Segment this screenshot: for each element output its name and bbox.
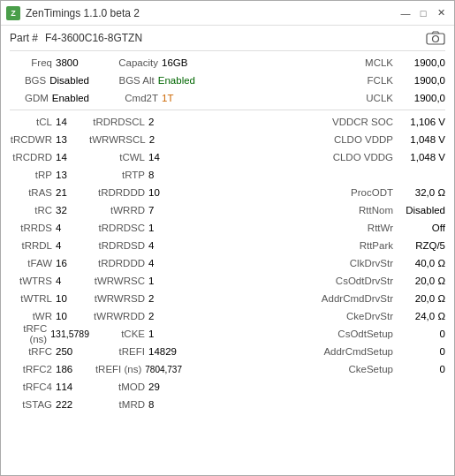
csodtsetup-row: CsOdtSetup0 bbox=[337, 326, 445, 342]
cmd2t-row: Cmd2T 1T bbox=[89, 90, 195, 106]
tmrd-row: tMRD8 bbox=[89, 397, 182, 412]
twrwrscl-row: tWRWRSCL2 bbox=[89, 132, 182, 147]
trdrdsc-row: tRDRDSC1 bbox=[89, 220, 182, 236]
trcdrd-row: tRCDRD14 bbox=[10, 149, 89, 165]
vddcrsoc-row: VDDCR SOC1,106 V bbox=[332, 114, 445, 130]
mclk-row: MCLK 1900,0 bbox=[365, 55, 445, 71]
tcke-row: tCKE1 bbox=[89, 326, 182, 342]
mclk-label: MCLK bbox=[365, 57, 397, 68]
tcwl-row: tCWL14 bbox=[89, 149, 182, 165]
app-icon: Z bbox=[6, 6, 20, 20]
bgs-label: BGS bbox=[10, 75, 49, 86]
main-window: Z ZenTimings 1.1.0 beta 2 — □ ✕ Part # F… bbox=[0, 0, 455, 476]
cldovddg-row: CLDO VDDG1,048 V bbox=[333, 149, 445, 165]
minimize-button[interactable]: — bbox=[398, 5, 413, 21]
twrwrdd-row: tWRWRDD2 bbox=[89, 308, 182, 324]
bgs-row: BGS Disabled bbox=[10, 72, 89, 88]
part-value: F4-3600C16-8GTZN bbox=[45, 32, 142, 44]
info-mid: Capacity 16GB BGS Alt Enabled Cmd2T 1T bbox=[89, 55, 195, 106]
gdm-row: GDM Enabled bbox=[10, 90, 89, 106]
trcdwr-row: tRCDWR13 bbox=[10, 132, 89, 147]
mclk-value: 1900,0 bbox=[397, 57, 445, 68]
timing-right-col: VDDCR SOC1,106 V CLDO VDDP1,048 V CLDO V… bbox=[182, 114, 445, 412]
twtrs-row: tWTRS4 bbox=[10, 273, 89, 289]
gdm-label: GDM bbox=[10, 93, 52, 103]
trefins-row: tREFI (ns)7804,737 bbox=[89, 361, 182, 377]
bgsalt-row: BGS Alt Enabled bbox=[89, 72, 195, 88]
trdrdscl-row: tRDRDSCL2 bbox=[89, 114, 182, 130]
info-section: Freq 3800 BGS Disabled GDM Enabled Capac… bbox=[10, 55, 445, 106]
ckedrvstr-row: CkeDrvStr24,0 Ω bbox=[346, 308, 445, 324]
trdrddd2-row: tRDRDDD4 bbox=[89, 255, 182, 271]
maximize-button[interactable]: □ bbox=[415, 5, 431, 21]
rttnom-row: RttNomDisabled bbox=[359, 202, 445, 218]
window-controls: — □ ✕ bbox=[398, 5, 449, 21]
part-label: Part # bbox=[10, 32, 38, 44]
timing-mid-col: tRDRDSCL2 tWRWRSCL2 tCWL14 tRTP8 tRDRDDD… bbox=[89, 114, 182, 412]
tcl-row: tCL14 bbox=[10, 114, 89, 130]
timing-left-col: tCL14 tRCDWR13 tRCDRD14 tRP13 tRAS21 tRC… bbox=[10, 114, 89, 412]
trrds-row: tRRDS4 bbox=[10, 220, 89, 236]
trfc2-row: tRFC2186 bbox=[10, 361, 89, 377]
fclk-label: FCLK bbox=[368, 75, 397, 86]
timing-table: tCL14 tRCDWR13 tRCDRD14 tRP13 tRAS21 tRC… bbox=[10, 114, 445, 412]
twrwrsd-row: tWRWRSD2 bbox=[89, 291, 182, 306]
trfc-row: tRFC250 bbox=[10, 344, 89, 359]
bgsalt-value: Enabled bbox=[158, 75, 195, 86]
trtp-row: tRTP8 bbox=[89, 167, 182, 183]
trdrddd-row: tRDRDDD10 bbox=[89, 185, 182, 200]
uclk-row: UCLK 1900,0 bbox=[366, 90, 445, 106]
trefi-row: tREFI14829 bbox=[89, 344, 182, 359]
divider-1 bbox=[10, 50, 445, 51]
camera-icon[interactable] bbox=[426, 31, 445, 45]
trc-row: tRC32 bbox=[10, 202, 89, 218]
capacity-row: Capacity 16GB bbox=[89, 55, 195, 71]
bgsalt-label: BGS Alt bbox=[89, 75, 158, 86]
svg-rect-0 bbox=[427, 34, 444, 44]
trfc4-row: tRFC4114 bbox=[10, 379, 89, 395]
bgs-value: Disabled bbox=[49, 75, 89, 86]
part-number-row: Part # F4-3600C16-8GTZN bbox=[10, 31, 445, 45]
fclk-row: FCLK 1900,0 bbox=[368, 72, 445, 88]
svg-point-1 bbox=[433, 36, 439, 42]
cmd2t-label: Cmd2T bbox=[89, 93, 162, 103]
twr-row: tWR10 bbox=[10, 308, 89, 324]
twrrd-row: tWRRD7 bbox=[89, 202, 182, 218]
freq-row: Freq 3800 bbox=[10, 55, 89, 71]
tmod-row: tMOD29 bbox=[89, 379, 182, 395]
trrdl-row: tRRDL4 bbox=[10, 238, 89, 253]
fclk-value: 1900,0 bbox=[397, 75, 445, 86]
tstag-row: tSTAG222 bbox=[10, 397, 89, 412]
cldovddp-row: CLDO VDDP1,048 V bbox=[334, 132, 445, 147]
twtrl-row: tWTRL10 bbox=[10, 291, 89, 306]
addrcmddrvstr-row: AddrCmdDrvStr20,0 Ω bbox=[322, 291, 445, 306]
content-area: Part # F4-3600C16-8GTZN Freq 3800 BGS Di… bbox=[1, 26, 454, 475]
gdm-value: Enabled bbox=[52, 93, 89, 103]
twrwrsc-row: tWRWRSC1 bbox=[89, 273, 182, 289]
info-left: Freq 3800 BGS Disabled GDM Enabled bbox=[10, 55, 89, 106]
title-bar: Z ZenTimings 1.1.0 beta 2 — □ ✕ bbox=[1, 1, 454, 26]
trdrdsd-row: tRDRDSD4 bbox=[89, 238, 182, 253]
cmd2t-value: 1T bbox=[162, 93, 195, 103]
divider-2 bbox=[10, 110, 445, 110]
title-bar-left: Z ZenTimings 1.1.0 beta 2 bbox=[6, 6, 140, 20]
csodtdrvstr-row: CsOdtDrvStr20,0 Ω bbox=[336, 273, 445, 289]
freq-label: Freq bbox=[10, 57, 56, 68]
capacity-value: 16GB bbox=[162, 57, 195, 68]
tras-row: tRAS21 bbox=[10, 185, 89, 200]
procodt-row: ProcODT32,0 Ω bbox=[351, 185, 445, 200]
rttpark-row: RttParkRZQ/5 bbox=[360, 238, 445, 253]
uclk-label: UCLK bbox=[366, 93, 397, 103]
trfcns-row: tRFC (ns)131,5789 bbox=[10, 326, 89, 342]
capacity-label: Capacity bbox=[89, 57, 162, 68]
window-title: ZenTimings 1.1.0 beta 2 bbox=[26, 7, 140, 19]
freq-value: 3800 bbox=[56, 57, 89, 68]
trp-row: tRP13 bbox=[10, 167, 89, 183]
clkdrvstr-row: ClkDrvStr40,0 Ω bbox=[350, 255, 445, 271]
rttwr-row: RttWrOff bbox=[368, 220, 445, 236]
info-right: MCLK 1900,0 FCLK 1900,0 UCLK 1900,0 bbox=[195, 55, 445, 106]
tfaw-row: tFAW16 bbox=[10, 255, 89, 271]
addrcmdsetup-row: AddrCmdSetup0 bbox=[323, 344, 445, 359]
close-button[interactable]: ✕ bbox=[433, 5, 449, 21]
ckesetup-row: CkeSetup0 bbox=[348, 361, 445, 377]
